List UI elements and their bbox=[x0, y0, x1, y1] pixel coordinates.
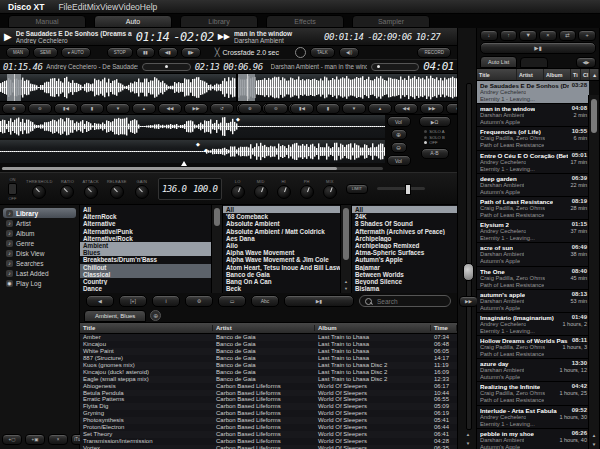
wave-tool-button[interactable]: ⊕ bbox=[238, 103, 262, 114]
col-artist[interactable]: Artist bbox=[213, 325, 315, 331]
album-item[interactable]: 24K bbox=[352, 213, 457, 220]
playlist-tool-button[interactable]: ↓ bbox=[480, 30, 498, 41]
table-row[interactable]: Abiogenesis Carbon Based Lifeforms World… bbox=[80, 383, 457, 390]
wave-tool-button[interactable]: ◀◀ bbox=[394, 103, 418, 114]
browser-tool-button[interactable]: ⚙ bbox=[185, 295, 213, 307]
col-ti[interactable]: Ti bbox=[571, 69, 581, 80]
genre-item[interactable]: All bbox=[80, 206, 211, 213]
knob-dial[interactable] bbox=[277, 185, 291, 199]
wave-tool-button[interactable]: ⊕ bbox=[2, 103, 26, 114]
wave-tool-button[interactable]: ▶▶ bbox=[184, 103, 208, 114]
album-item[interactable]: Archipelago bbox=[352, 235, 457, 242]
sidebar-item[interactable]: ♪ Last Added bbox=[0, 268, 79, 278]
sidebar-item[interactable]: ◉ Play Log bbox=[0, 278, 79, 288]
menu-item[interactable]: Edit bbox=[72, 2, 87, 12]
empty-tab[interactable] bbox=[520, 57, 548, 68]
knob-dial[interactable] bbox=[323, 185, 337, 199]
knob-dial[interactable] bbox=[110, 185, 124, 199]
position-marker[interactable] bbox=[181, 161, 187, 166]
knob-dial[interactable] bbox=[60, 185, 74, 199]
artist-item[interactable]: '68 Comeback bbox=[223, 213, 340, 220]
col-title[interactable]: Title bbox=[80, 325, 213, 331]
crossfade-control[interactable]: ╳ Crossfade 2.0 sec bbox=[215, 48, 279, 57]
album-item[interactable]: Bislama bbox=[352, 285, 457, 292]
wave-tool-button[interactable]: ▮ bbox=[80, 103, 104, 114]
knob-dial[interactable] bbox=[254, 185, 268, 199]
knob-dial[interactable] bbox=[231, 185, 245, 199]
wave-tool-button[interactable]: ▮ bbox=[316, 103, 340, 114]
browser-play-button[interactable]: ▶▮ bbox=[284, 295, 354, 307]
album-item[interactable]: Archipelago Remixed bbox=[352, 242, 457, 249]
artist-item[interactable]: All bbox=[223, 206, 340, 213]
playlist-edit-button[interactable]: × bbox=[48, 434, 68, 445]
playlist-edit-button[interactable]: +▣ bbox=[25, 434, 45, 445]
main-tab[interactable]: Auto bbox=[94, 15, 172, 28]
eq-knob[interactable]: HI bbox=[277, 179, 291, 199]
playlist-scroll-thumb[interactable] bbox=[591, 99, 597, 133]
genre-item[interactable]: Ambient bbox=[80, 242, 211, 249]
knob-dial[interactable] bbox=[135, 185, 149, 199]
slider-thumb[interactable] bbox=[405, 184, 411, 195]
playlist-tool-button[interactable]: ▼ bbox=[519, 30, 537, 41]
strip-ffwd-button[interactable]: ▶▶ bbox=[459, 296, 478, 307]
browser-tool-button[interactable]: ◀ bbox=[86, 295, 114, 307]
col-title[interactable]: Title bbox=[477, 69, 517, 80]
eq-knob[interactable]: MIX bbox=[323, 179, 337, 199]
zoom-in-icon[interactable]: ⊕ bbox=[391, 129, 407, 140]
add-filter-icon[interactable]: ⊕ bbox=[150, 310, 161, 321]
transport-button[interactable]: ▮▶ bbox=[181, 47, 201, 58]
zoom-out-icon[interactable]: ⊖ bbox=[391, 142, 407, 153]
main-tab[interactable]: Library bbox=[180, 15, 258, 28]
artist-item[interactable]: Banco de Gaia bbox=[223, 271, 340, 278]
record-button[interactable]: RECORD bbox=[417, 47, 451, 58]
genre-item[interactable]: Country bbox=[80, 278, 211, 285]
playlist-entry[interactable]: acre of sun06:49 Darshan Ambient38 min A… bbox=[477, 243, 589, 266]
genre-item[interactable]: Classical bbox=[80, 271, 211, 278]
playlist-edit-button[interactable]: +▢ bbox=[2, 434, 22, 445]
playlist-entry[interactable]: Elysium 201:15 Andrey Cechelero37 min Et… bbox=[477, 220, 589, 243]
sort-asc-icon[interactable]: ▲ bbox=[590, 69, 599, 80]
wave-tool-button[interactable]: ▶▶ bbox=[420, 103, 444, 114]
wave-tool-button[interactable]: ▮◀ bbox=[290, 103, 314, 114]
deck-a-zoom-waveform[interactable] bbox=[0, 74, 236, 101]
ab-assign-button[interactable]: A-B bbox=[421, 148, 449, 159]
table-row[interactable]: Erratic Patterns Carbon Based Lifeforms … bbox=[80, 396, 457, 403]
knob-dial[interactable] bbox=[300, 185, 314, 199]
wave-tool-button[interactable]: ⊖ bbox=[28, 103, 52, 114]
scroll-up-icon[interactable]: ▲ bbox=[589, 431, 599, 440]
artist-item[interactable]: Alpha Wave Movement bbox=[223, 249, 340, 256]
eq-knob[interactable]: LO bbox=[231, 179, 245, 199]
wave-tool-button[interactable]: ↺ bbox=[210, 103, 234, 114]
playlist-entry[interactable]: man in the window04:08 Darshan Ambient2 … bbox=[477, 104, 589, 127]
deck-b-playhead[interactable] bbox=[238, 74, 255, 101]
playlist-play-button[interactable]: ▶▮ bbox=[480, 42, 596, 54]
genre-item[interactable]: Breakbeats/Drum'n'Bass bbox=[80, 256, 211, 263]
app-title[interactable]: Disco XT bbox=[8, 2, 44, 12]
mode-button[interactable]: SEMI bbox=[33, 47, 58, 58]
compressor-toggle[interactable]: ON OFF bbox=[8, 177, 17, 201]
browser-tool-button[interactable]: [+] bbox=[119, 295, 147, 307]
table-row[interactable]: Amber Banco de Gaia Last Train to Lhasa … bbox=[80, 334, 457, 341]
deck-b-overview-waveform[interactable]: ◆ ◆ bbox=[0, 140, 385, 163]
table-row[interactable]: Transmission/Intermission Carbon Based L… bbox=[80, 438, 457, 445]
scroll-up-icon[interactable]: ▲ bbox=[458, 432, 478, 437]
knob-dial[interactable] bbox=[32, 185, 46, 199]
strip-scrollbar[interactable] bbox=[466, 83, 472, 430]
album-item[interactable]: All bbox=[352, 206, 457, 213]
playlist-tool-button[interactable]: ⇄ bbox=[559, 30, 577, 41]
deck-a-pitch-slider[interactable] bbox=[142, 63, 190, 71]
playlist-entry[interactable]: Path of Least Resistance08:19 Craig Padi… bbox=[477, 197, 589, 220]
artist-item[interactable]: Alpha Wave Movement & Jim Cole bbox=[223, 256, 340, 263]
table-row[interactable]: Flytta Dig Carbon Based Lifeforms World … bbox=[80, 403, 457, 410]
headphone-preview-button[interactable]: ▶Ω bbox=[419, 116, 451, 127]
speaker-icon[interactable]: ◀)) bbox=[339, 47, 359, 58]
col-album[interactable]: Album bbox=[315, 325, 431, 331]
search-input[interactable] bbox=[375, 297, 445, 306]
genre-item[interactable]: Alternative/Punk bbox=[80, 228, 211, 235]
artist-item[interactable]: Ailo bbox=[223, 242, 340, 249]
artist-item[interactable]: Atom Heart, Tetsu Inoue And Bill Laswell bbox=[223, 264, 340, 271]
tab-nav-button[interactable]: ◀▶ bbox=[576, 57, 596, 68]
table-row[interactable]: White Paint Banco de Gaia Last Train to … bbox=[80, 348, 457, 355]
filter-tab[interactable]: Ambient, Blues bbox=[84, 310, 146, 322]
artist-item[interactable]: Bang On A Can bbox=[223, 278, 340, 285]
